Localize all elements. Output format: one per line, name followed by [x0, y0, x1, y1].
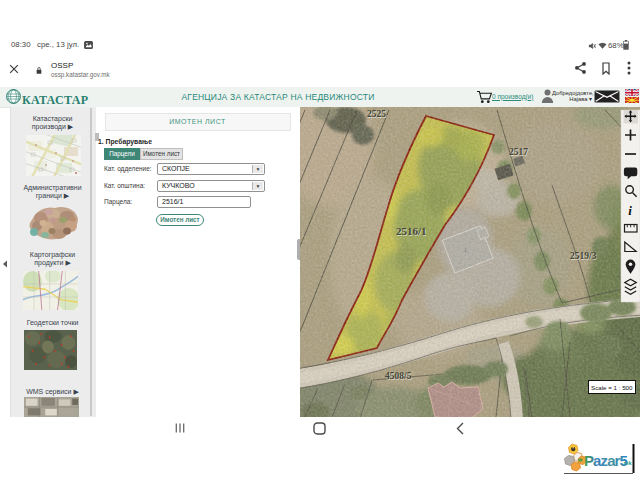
svg-text:.mk: .mk [622, 460, 632, 466]
svg-text:i: i [628, 203, 632, 218]
svg-text:Scale = 1 : 500: Scale = 1 : 500 [591, 384, 633, 391]
svg-text:4508/5: 4508/5 [385, 371, 412, 381]
svg-text:2519/3: 2519/3 [570, 251, 597, 261]
svg-text:2516/1: 2516/1 [396, 225, 427, 237]
svg-text:2517: 2517 [509, 147, 528, 157]
svg-text:2525: 2525 [367, 109, 386, 119]
svg-text:Pazar5: Pazar5 [584, 452, 628, 469]
